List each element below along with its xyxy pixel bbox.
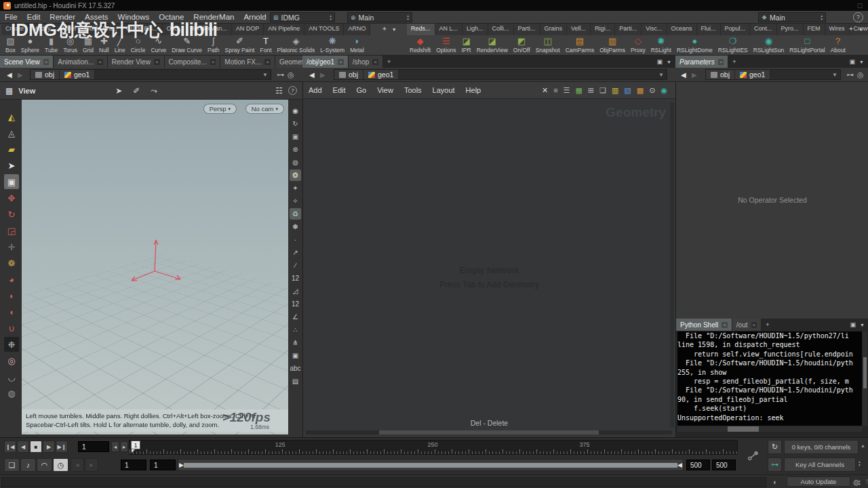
- viewport-help-icon[interactable]: ?: [288, 86, 297, 95]
- breadcrumb-geo1[interactable]: geo1: [735, 70, 770, 79]
- close-icon[interactable]: ×: [154, 59, 160, 65]
- menu-item[interactable]: Octane: [154, 13, 189, 21]
- network-hscrollbar[interactable]: [306, 430, 672, 434]
- shelf-tool[interactable]: ∫ Path: [205, 36, 222, 54]
- close-icon[interactable]: ×: [751, 322, 757, 328]
- camera-selector[interactable]: No cam▾: [245, 104, 284, 114]
- range-end-field[interactable]: 500: [686, 460, 710, 470]
- add-shelf-tab-icon[interactable]: +: [380, 24, 389, 35]
- shelf-tool[interactable]: T Font: [257, 36, 274, 54]
- pane-tab[interactable]: Motion FX...×: [220, 56, 275, 68]
- network-toolbar-icon[interactable]: ▥: [609, 86, 621, 95]
- shelf-tool[interactable]: ╱ Line: [112, 36, 128, 54]
- spinner-icon[interactable]: ▴▾: [330, 14, 332, 20]
- menu-item[interactable]: Add: [303, 86, 328, 94]
- display-option-button[interactable]: ✧: [290, 195, 301, 207]
- shelf-tool[interactable]: ▤ CamParms: [563, 36, 597, 54]
- menu-item[interactable]: Layout: [427, 86, 460, 94]
- playback-option-button[interactable]: ♪: [20, 458, 36, 472]
- display-option-button[interactable]: ∠: [290, 311, 301, 323]
- display-option-button[interactable]: ♻: [290, 208, 301, 220]
- shelf-tab[interactable]: AN TOOLS: [304, 24, 344, 35]
- display-option-button[interactable]: abc: [290, 363, 301, 374]
- range-start-field[interactable]: 1: [121, 460, 146, 470]
- display-option-button[interactable]: ✽: [290, 221, 301, 232]
- viewport-tool-button[interactable]: ◬: [4, 125, 19, 140]
- back-icon[interactable]: ◀: [681, 71, 686, 79]
- pane-float-icon[interactable]: ▣: [657, 58, 663, 65]
- shelf-tab[interactable]: Guide Bru...: [81, 24, 122, 35]
- pane-tab[interactable]: Scene View×: [0, 56, 54, 68]
- desktop-selector-right[interactable]: ❖ Main ▴▾: [758, 12, 826, 22]
- network-toolbar-icon[interactable]: ☰: [561, 86, 573, 95]
- breadcrumb-obj[interactable]: obj: [706, 70, 735, 79]
- close-icon[interactable]: ×: [372, 59, 378, 65]
- target-icon[interactable]: ◎: [857, 70, 864, 79]
- spinner-icon[interactable]: ▴▾: [859, 479, 861, 485]
- shelf-tool[interactable]: ▦ Grid: [80, 36, 96, 54]
- shelf-tool[interactable]: ◆ Redshift: [407, 36, 433, 54]
- display-option-button[interactable]: ∙: [290, 234, 301, 245]
- shelf-tab[interactable]: Pyro...: [777, 24, 804, 35]
- playhead-marker[interactable]: 1: [131, 441, 140, 449]
- viewport-tool-button[interactable]: ➤: [4, 158, 19, 173]
- shelf-tool[interactable]: ● RSLightDome: [674, 36, 715, 54]
- transport-button[interactable]: ▶❙: [56, 441, 68, 453]
- shelf-tab[interactable]: RenderMan...: [186, 24, 232, 35]
- pane-tab[interactable]: Animation...×: [54, 56, 107, 68]
- menu-item[interactable]: Go: [351, 86, 372, 94]
- path-dropdown-icon[interactable]: ▼: [260, 72, 271, 78]
- shelf-set-selector[interactable]: ⊞ IDMG ▴▾: [270, 12, 335, 22]
- transport-button[interactable]: ▶: [43, 441, 55, 453]
- shelf-tool[interactable]: ❋ L-System: [317, 36, 347, 54]
- new-tab-icon[interactable]: +: [766, 321, 769, 328]
- transport-button[interactable]: ■: [30, 441, 42, 453]
- pin-icon[interactable]: ⊶: [846, 70, 854, 79]
- shelf-tab[interactable]: Grains: [540, 24, 568, 35]
- shelf-tab[interactable]: Parti...: [514, 24, 540, 35]
- display-option-button[interactable]: ↗: [290, 247, 301, 258]
- pyshell-vscrollbar[interactable]: [863, 331, 867, 426]
- select-objects-icon[interactable]: ✐: [127, 86, 145, 96]
- display-option-button[interactable]: 12: [290, 272, 301, 284]
- spinner-icon[interactable]: ▴▾: [821, 14, 823, 20]
- viewport-tool-button[interactable]: ◡: [4, 369, 19, 384]
- shelf-tool[interactable]: ❍ RSLightIES: [715, 36, 751, 54]
- menu-item[interactable]: Edit: [328, 86, 351, 94]
- shelf-tab[interactable]: Reds...: [407, 24, 435, 35]
- shelf-tool[interactable]: ◩ On/Off: [511, 36, 533, 54]
- shelf-tool[interactable]: ▥ ObjParms: [597, 36, 628, 54]
- menu-item[interactable]: Arnold: [239, 13, 271, 21]
- range-start2-field[interactable]: 1: [150, 460, 176, 470]
- key-all-channels-button[interactable]: Key All Channels: [784, 458, 856, 472]
- interrupt-icon[interactable]: ◐: [773, 478, 778, 486]
- pane-tab[interactable]: Composite...×: [165, 56, 221, 68]
- shelf-tab[interactable]: Ligh...: [462, 24, 488, 35]
- shelf-tab[interactable]: Rigi...: [591, 24, 615, 35]
- menu-item[interactable]: View: [372, 86, 399, 94]
- auto-key-icon[interactable]: ↻: [768, 440, 782, 454]
- shelf-tab[interactable]: Create: [1, 24, 28, 35]
- window-controls-icon[interactable]: ▢: [856, 2, 865, 9]
- viewport-tool-button[interactable]: ∪: [4, 321, 19, 336]
- menu-item[interactable]: Assets: [80, 13, 113, 21]
- display-option-button[interactable]: ❂: [290, 169, 301, 181]
- timeline[interactable]: 125250375 1: [129, 440, 738, 455]
- target-icon[interactable]: ◎: [288, 70, 294, 79]
- pane-tab[interactable]: /out×: [732, 319, 762, 331]
- scene-path-field[interactable]: obj geo1 ▼: [30, 69, 271, 80]
- shelf-tab[interactable]: Oceans: [667, 24, 697, 35]
- viewport-tool-button[interactable]: ◕: [4, 272, 19, 287]
- back-icon[interactable]: ◀: [7, 71, 12, 79]
- collapse-icon[interactable]: ▲: [861, 443, 865, 448]
- range-end2-field[interactable]: 500: [712, 460, 736, 470]
- shelf-tab[interactable]: AN DOP: [232, 24, 264, 35]
- viewport-tool-button[interactable]: ◭: [4, 109, 19, 124]
- breadcrumb-obj[interactable]: obj: [334, 70, 363, 79]
- viewport-tool-button[interactable]: ▣: [4, 174, 19, 189]
- menu-item[interactable]: Render: [45, 13, 80, 21]
- pane-float-icon[interactable]: ▣: [850, 58, 856, 65]
- pin-icon[interactable]: ⊶: [277, 70, 284, 79]
- display-option-button[interactable]: ◍: [290, 157, 301, 168]
- viewport-tool-button[interactable]: ❉: [4, 337, 19, 352]
